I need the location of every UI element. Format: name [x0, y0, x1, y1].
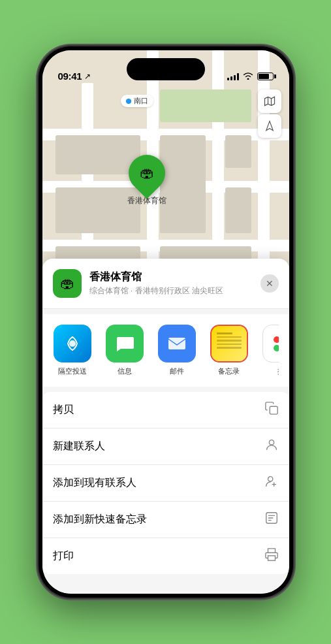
status-icons	[227, 71, 274, 82]
status-time: 09:41	[58, 71, 82, 82]
action-add-contact[interactable]: 添加到现有联系人	[42, 465, 289, 502]
location-button[interactable]	[258, 114, 281, 138]
block-stadium	[160, 135, 206, 233]
svg-point-4	[268, 477, 272, 481]
action-add-contact-label: 添加到现有联系人	[53, 476, 136, 490]
svg-rect-6	[268, 556, 275, 560]
label-dot	[126, 99, 131, 104]
new-contact-icon	[264, 438, 279, 455]
map-type-button[interactable]	[258, 89, 281, 113]
battery-fill	[259, 74, 270, 79]
battery-icon	[257, 72, 274, 80]
action-print-label: 打印	[53, 549, 74, 563]
block-4	[225, 187, 251, 233]
svg-rect-1	[168, 338, 185, 349]
location-label-text: 南口	[134, 96, 148, 106]
more-icon	[262, 325, 279, 362]
messages-icon	[106, 325, 144, 362]
share-row: 隔空投送 信息	[42, 314, 289, 387]
signal-bar-4	[237, 73, 239, 80]
notes-label: 备忘录	[218, 366, 240, 376]
share-item-notes[interactable]: 备忘录	[210, 325, 249, 376]
share-items: 隔空投送 信息	[53, 325, 279, 376]
signal-bars	[227, 72, 239, 80]
airdrop-label: 隔空投送	[58, 366, 87, 376]
stadium-pin: 🏟 香港体育馆	[127, 155, 166, 206]
share-item-messages[interactable]: 信息	[105, 325, 144, 376]
copy-icon	[264, 401, 279, 419]
dynamic-island	[127, 58, 205, 80]
signal-bar-3	[234, 75, 236, 80]
svg-point-3	[269, 440, 274, 445]
map-controls[interactable]	[258, 89, 281, 138]
add-contact-icon	[264, 474, 279, 492]
green-1	[160, 89, 251, 122]
action-quick-note-label: 添加到新快速备忘录	[53, 513, 147, 526]
messages-label: 信息	[118, 366, 132, 376]
share-item-mail[interactable]: 邮件	[157, 325, 197, 376]
action-copy-label: 拷贝	[53, 403, 74, 417]
action-new-contact-label: 新建联系人	[53, 440, 105, 453]
venue-info: 香港体育馆 综合体育馆 · 香港特别行政区 油尖旺区	[89, 270, 253, 297]
phone-screen: 09:41 ↗	[42, 50, 289, 594]
pin-icon: 🏟	[121, 147, 172, 199]
action-quick-note[interactable]: 添加到新快速备忘录	[42, 502, 289, 538]
location-header: 🏟 香港体育馆 综合体育馆 · 香港特别行政区 油尖旺区 ✕	[42, 259, 289, 309]
more-label: 推	[277, 366, 279, 376]
action-list: 拷贝 新建联系人	[42, 392, 289, 574]
close-button[interactable]: ✕	[260, 274, 279, 293]
quick-note-icon	[264, 511, 279, 528]
svg-rect-2	[270, 406, 277, 414]
pin-inner: 🏟	[140, 165, 154, 182]
action-new-contact[interactable]: 新建联系人	[42, 428, 289, 465]
action-print[interactable]: 打印	[42, 538, 289, 574]
airdrop-icon	[54, 325, 91, 362]
block-3	[225, 135, 251, 168]
svg-point-0	[69, 340, 76, 347]
share-item-airdrop[interactable]: 隔空投送	[53, 325, 92, 376]
location-label: 南口	[121, 95, 153, 107]
signal-bar-1	[227, 78, 229, 80]
notes-icon	[210, 325, 248, 362]
print-icon	[264, 547, 279, 565]
mail-icon	[158, 325, 196, 362]
bottom-sheet: 🏟 香港体育馆 综合体育馆 · 香港特别行政区 油尖旺区 ✕	[42, 259, 289, 594]
action-copy[interactable]: 拷贝	[42, 392, 289, 428]
mail-label: 邮件	[170, 366, 184, 376]
venue-subtitle: 综合体育馆 · 香港特别行政区 油尖旺区	[89, 285, 253, 297]
wifi-icon	[243, 71, 253, 82]
venue-icon: 🏟	[53, 269, 82, 298]
share-item-more[interactable]: 推	[262, 325, 279, 376]
venue-name: 香港体育馆	[89, 270, 253, 284]
location-arrow-icon: ↗	[84, 72, 91, 81]
signal-bar-2	[230, 76, 232, 80]
phone-frame: 09:41 ↗	[39, 46, 293, 598]
